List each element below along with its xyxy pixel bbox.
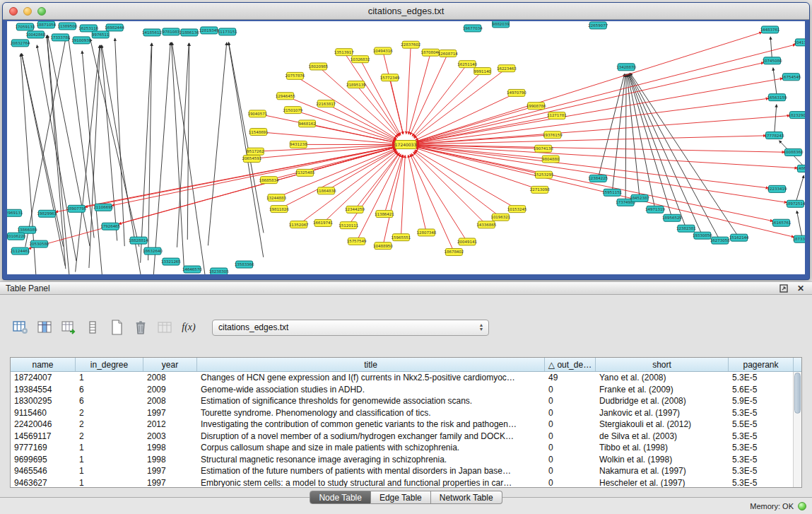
graph-node[interactable]: 12384225	[588, 175, 608, 182]
graph-node[interactable]: 19811826	[269, 206, 289, 213]
graph-node[interactable]: 18238305	[209, 268, 229, 274]
graph-node[interactable]: 18733579	[793, 235, 805, 243]
table-row[interactable]: 969969511998Structural magnetic resonanc…	[11, 454, 801, 466]
graph-node[interactable]: 18907795	[66, 205, 86, 212]
graph-node[interactable]: 18685834	[259, 177, 279, 184]
column-header-short[interactable]: short	[596, 358, 729, 371]
graph-node[interactable]: 14185612	[142, 29, 162, 36]
graph-node[interactable]: 17778243	[765, 132, 784, 139]
graph-node[interactable]: 15951151	[602, 189, 622, 196]
graph-node[interactable]: 9976511	[92, 31, 109, 38]
graph-node[interactable]: 9882039	[492, 21, 510, 28]
column-header-pagerank[interactable]: pagerank	[729, 358, 794, 371]
graph-node[interactable]: 12608714	[438, 50, 458, 57]
graph-node[interactable]: 10088360	[784, 148, 804, 156]
graph-node[interactable]: 13583366	[235, 261, 254, 268]
graph-node[interactable]: 15772349	[380, 74, 400, 81]
graph-node[interactable]: 22713098	[530, 186, 550, 193]
table-row[interactable]: 946362711997Embryonic stem cells: a mode…	[11, 477, 801, 489]
table-row[interactable]: 946554611997Estimation of the future num…	[11, 465, 801, 477]
graph-node[interactable]: 15162144	[729, 234, 749, 241]
graph-node[interactable]: 11271781	[547, 112, 567, 119]
graph-node[interactable]: 15757549	[347, 238, 367, 245]
column-header-title[interactable]: title	[197, 358, 545, 371]
delete-column-button[interactable]	[130, 317, 151, 338]
graph-node[interactable]: 10153245	[507, 206, 527, 213]
graph-node[interactable]: 9468162	[298, 120, 315, 127]
graph-node[interactable]: 22163817	[316, 100, 336, 107]
graph-node[interactable]: 9781083	[163, 28, 180, 35]
graph-node[interactable]: 22837602	[401, 41, 420, 48]
graph-node[interactable]: 17926465	[100, 223, 120, 230]
graph-node[interactable]: 19376159	[543, 132, 563, 139]
column-header-name[interactable]: name	[11, 358, 76, 371]
graph-node[interactable]: 11389500	[57, 23, 77, 30]
graph-node[interactable]: 14863480	[796, 165, 805, 172]
graph-node[interactable]: 20049141	[457, 238, 477, 245]
graph-node[interactable]: 18632640	[143, 247, 163, 255]
graph-node[interactable]: 18678402	[444, 248, 464, 255]
graph-node[interactable]: 15120111	[339, 222, 358, 229]
graph-node[interactable]: 13244883	[266, 194, 286, 201]
graph-node[interactable]: 20757876	[286, 72, 305, 79]
graph-node[interactable]: 22233419	[767, 185, 787, 192]
graph-node[interactable]: 10196321	[490, 214, 510, 221]
graph-node[interactable]: 20417480	[794, 39, 805, 46]
close-panel-icon[interactable]: ✕	[795, 284, 806, 293]
graph-node[interactable]: 16619741	[313, 219, 333, 226]
graph-node[interactable]: 21886136	[180, 29, 199, 36]
graph-node[interactable]: 18452387	[630, 194, 649, 201]
show-columns-button[interactable]	[34, 317, 55, 338]
graph-node[interactable]: 21106695	[93, 204, 113, 211]
graph-node[interactable]: 17059133	[16, 23, 35, 30]
graph-node[interactable]: 12969131	[7, 209, 23, 216]
graph-node[interactable]: 14971319	[645, 206, 665, 213]
table-row[interactable]: 2242004622012Investigating the contribut…	[11, 419, 801, 431]
table-source-select[interactable]: citations_edges.txt ▲▼	[212, 320, 489, 336]
graph-node[interactable]: 11352067	[289, 221, 309, 228]
graph-node[interactable]: 11548691	[249, 129, 269, 136]
graph-node[interactable]: 13428870	[616, 64, 636, 71]
graph-node[interactable]: 15253295	[534, 171, 554, 178]
column-header-year[interactable]: year	[143, 358, 197, 371]
graph-node[interactable]: 18828814	[129, 237, 148, 244]
graph-node[interactable]: 16754545	[782, 74, 801, 81]
new-column-button[interactable]	[106, 317, 127, 338]
graph-node[interactable]: 16253116	[78, 25, 98, 32]
graph-node[interactable]: 12344259	[345, 206, 365, 213]
graph-node[interactable]: 15965551	[392, 234, 411, 241]
graph-node[interactable]: 10488950	[373, 243, 393, 250]
graph-node[interactable]: 19100930	[71, 37, 91, 44]
graph-node[interactable]: 14646570	[182, 266, 202, 273]
graph-node[interactable]: 18232903	[789, 112, 805, 119]
graph-node[interactable]: 11864838	[317, 187, 336, 194]
graph-node[interactable]: 10745080	[763, 57, 782, 64]
graph-node[interactable]: 12382381	[676, 225, 696, 232]
table-row[interactable]: 977716911998Corpus callosum shape and si…	[11, 442, 801, 454]
graph-node[interactable]: 18972514	[786, 200, 805, 207]
graph-node[interactable]: 17240033	[395, 141, 417, 149]
table-row[interactable]: 1938455462009Genome-wide association stu…	[11, 384, 801, 396]
graph-node[interactable]: 21895139	[346, 81, 366, 88]
graph-node[interactable]: 9804880	[542, 156, 560, 163]
graph-node[interactable]: 18871054	[37, 21, 57, 28]
graph-node[interactable]: 22659077	[588, 22, 608, 29]
table-row[interactable]: 1830029562008Estimation of significance …	[11, 395, 801, 407]
graph-node[interactable]: 14483761	[760, 26, 780, 33]
graph-node[interactable]: 9991140	[473, 68, 491, 75]
graph-node[interactable]: 20654591	[242, 156, 261, 163]
graph-node[interactable]: 19908786	[526, 103, 546, 110]
graph-node[interactable]: 21501079	[283, 107, 302, 114]
graph-node[interactable]: 13513917	[334, 49, 354, 56]
close-window-button[interactable]	[9, 7, 18, 16]
graph-node[interactable]: 19677034	[463, 25, 483, 32]
table-row[interactable]: 911546021997Tourette syndrome. Phenomeno…	[11, 407, 801, 419]
function-builder-button[interactable]: f(x)	[178, 317, 199, 338]
float-panel-icon[interactable]	[778, 284, 789, 293]
rows-button[interactable]	[82, 317, 103, 338]
window-titlebar[interactable]: citations_edges.txt	[3, 3, 809, 20]
graph-node[interactable]: 19074138	[534, 145, 553, 152]
graph-node[interactable]: 9431238	[290, 141, 307, 148]
table-mode-button[interactable]	[10, 317, 31, 338]
graph-node[interactable]: 20832764	[11, 40, 30, 47]
